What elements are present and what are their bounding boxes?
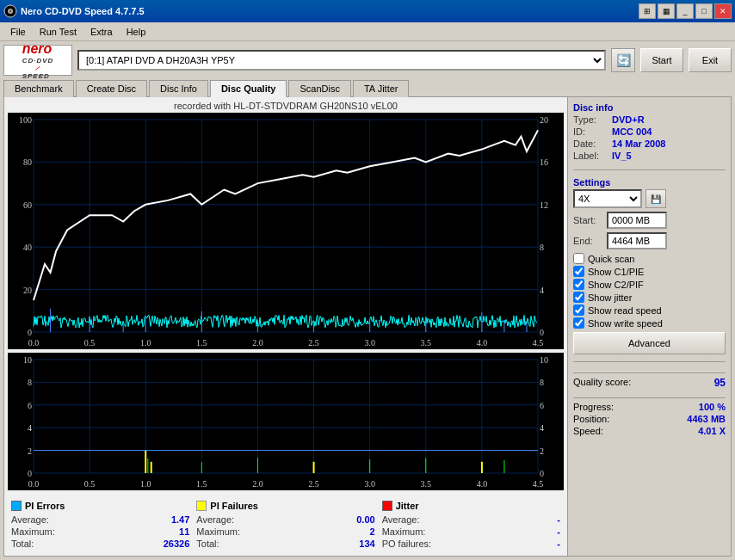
show-c2pif-row: Show C2/PIF	[573, 279, 726, 290]
show-jitter-row: Show jitter	[573, 292, 726, 303]
tab-scandisc[interactable]: ScanDisc	[288, 80, 350, 97]
chart-title: recorded with HL-DT-STDVDRAM GH20NS10 vE…	[8, 101, 564, 111]
window-body: nero CD·DVD⟋SPEED [0:1] ATAPI DVD A DH20…	[0, 41, 735, 560]
pi-errors-color	[11, 501, 22, 511]
main-content: recorded with HL-DT-STDVDRAM GH20NS10 vE…	[3, 96, 732, 557]
window-title: Nero CD-DVD Speed 4.7.7.5	[21, 6, 639, 16]
disc-info-title: Disc info	[573, 102, 726, 113]
menu-extra[interactable]: Extra	[83, 25, 120, 39]
right-panel: Disc info Type: DVD+R ID: MCC 004 Date: …	[567, 97, 731, 556]
pi-failures-total-row: Total: 134	[196, 538, 374, 549]
jitter-max-row: Maximum: -	[382, 526, 560, 537]
end-field-row: End: 4464 MB	[573, 232, 726, 249]
tab-disc-quality[interactable]: Disc Quality	[210, 80, 287, 97]
bottom-chart	[8, 353, 564, 490]
show-write-speed-row: Show write speed	[573, 317, 726, 329]
jitter-label: Jitter	[396, 501, 419, 511]
speed-row: 4X 💾	[573, 189, 726, 208]
tab-disc-info[interactable]: Disc Info	[149, 80, 208, 97]
disc-info-section: Disc info Type: DVD+R ID: MCC 004 Date: …	[573, 102, 726, 163]
close-button[interactable]: ✕	[714, 3, 732, 19]
speed-select[interactable]: 4X	[573, 189, 642, 208]
speed-row-progress: Speed: 4.01 X	[573, 426, 726, 436]
show-c1pie-checkbox[interactable]	[573, 266, 584, 277]
pi-failures-label: PI Failures	[210, 501, 258, 511]
start-button[interactable]: Start	[640, 48, 683, 72]
minimize-button[interactable]: _	[676, 3, 694, 19]
menu-file[interactable]: File	[3, 25, 33, 39]
window-controls-grid2[interactable]: ▦	[658, 3, 675, 19]
drive-select[interactable]: [0:1] ATAPI DVD A DH20A3H YP5Y	[77, 50, 606, 71]
jitter-color	[382, 501, 392, 511]
titlebar: Nero CD-DVD Speed 4.7.7.5 ⊞ ▦ _ □ ✕	[0, 0, 735, 22]
tab-benchmark[interactable]: Benchmark	[3, 80, 74, 97]
disc-id-row: ID: MCC 004	[573, 126, 726, 137]
divider-1	[573, 169, 726, 170]
settings-title: Settings	[573, 177, 726, 188]
chart-area: recorded with HL-DT-STDVDRAM GH20NS10 vE…	[4, 97, 567, 556]
settings-section: Settings 4X 💾 Start: 0000 MB End: 4464 M…	[573, 177, 726, 354]
svg-point-2	[9, 10, 11, 12]
pi-errors-avg-row: Average: 1.47	[11, 514, 189, 525]
pi-errors-group: PI Errors Average: 1.47 Maximum: 11 Tota…	[11, 501, 189, 549]
pi-failures-avg-row: Average: 0.00	[196, 514, 374, 525]
disc-label-row: Label: IV_5	[573, 151, 726, 161]
app-icon	[3, 4, 17, 18]
quality-value: 95	[714, 377, 726, 389]
top-chart	[8, 113, 564, 349]
advanced-button[interactable]: Advanced	[573, 332, 726, 354]
quality-row: Quality score: 95	[573, 372, 726, 389]
pi-failures-header: PI Failures	[196, 501, 374, 511]
jitter-group: Jitter Average: - Maximum: - PO failures…	[382, 501, 560, 549]
nero-logo: nero CD·DVD⟋SPEED	[3, 45, 72, 76]
position-row: Position: 4463 MB	[573, 414, 726, 424]
quick-scan-row: Quick scan	[573, 253, 726, 264]
pi-errors-total-row: Total: 26326	[11, 538, 189, 549]
pi-failures-color	[196, 501, 207, 511]
jitter-header: Jitter	[382, 501, 560, 511]
tab-ta-jitter[interactable]: TA Jitter	[353, 80, 410, 97]
show-c1pie-row: Show C1/PIE	[573, 266, 726, 277]
pi-errors-header: PI Errors	[11, 501, 189, 511]
pi-failures-group: PI Failures Average: 0.00 Maximum: 2 Tot…	[196, 501, 374, 549]
progress-section: Progress: 100 % Position: 4463 MB Speed:…	[573, 397, 726, 438]
save-settings-button[interactable]: 💾	[645, 189, 666, 208]
show-write-speed-checkbox[interactable]	[573, 317, 584, 329]
menu-run-test[interactable]: Run Test	[33, 25, 83, 39]
disc-date-row: Date: 14 Mar 2008	[573, 138, 726, 149]
show-c2pif-checkbox[interactable]	[573, 279, 584, 290]
tab-create-disc[interactable]: Create Disc	[76, 80, 147, 97]
quick-scan-checkbox[interactable]	[573, 253, 584, 264]
pi-failures-max-row: Maximum: 2	[196, 526, 374, 537]
window-controls-grid[interactable]: ⊞	[639, 3, 656, 19]
maximize-button[interactable]: □	[695, 3, 713, 19]
start-field-row: Start: 0000 MB	[573, 212, 726, 229]
jitter-avg-row: Average: -	[382, 514, 560, 525]
end-value: 4464 MB	[607, 232, 667, 249]
disc-type-row: Type: DVD+R	[573, 114, 726, 125]
window-controls: ⊞ ▦ _ □ ✕	[639, 3, 732, 19]
menubar: File Run Test Extra Help	[0, 22, 735, 41]
show-jitter-checkbox[interactable]	[573, 292, 584, 303]
exit-button[interactable]: Exit	[689, 48, 732, 72]
pi-errors-label: PI Errors	[25, 501, 65, 511]
quality-label: Quality score:	[573, 377, 631, 389]
show-read-speed-row: Show read speed	[573, 305, 726, 316]
jitter-po-row: PO failures: -	[382, 538, 560, 549]
pi-errors-max-row: Maximum: 11	[11, 526, 189, 537]
tab-bar: Benchmark Create Disc Disc Info Disc Qua…	[3, 79, 732, 96]
progress-row: Progress: 100 %	[573, 402, 726, 412]
start-value: 0000 MB	[607, 212, 667, 229]
divider-2	[573, 361, 726, 362]
stats-row: PI Errors Average: 1.47 Maximum: 11 Tota…	[8, 497, 564, 552]
toolbar: nero CD·DVD⟋SPEED [0:1] ATAPI DVD A DH20…	[3, 45, 732, 76]
refresh-button[interactable]: 🔄	[611, 48, 635, 72]
menu-help[interactable]: Help	[120, 25, 153, 39]
show-read-speed-checkbox[interactable]	[573, 305, 584, 316]
